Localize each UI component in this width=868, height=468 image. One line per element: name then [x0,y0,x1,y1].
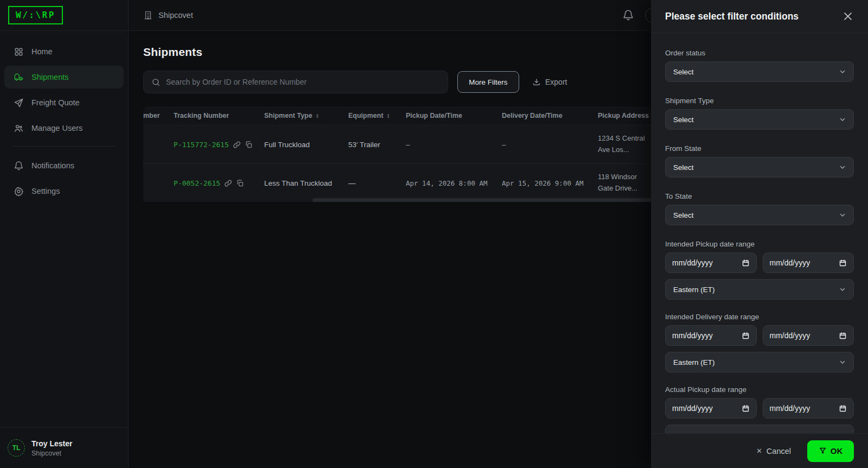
sidebar-item-freight-quote[interactable]: Freight Quote [4,91,124,114]
send-icon [14,98,24,108]
copy-icon[interactable] [236,179,244,187]
page-title: Shipments [143,46,202,59]
pickup-datetime-cell: – [406,141,502,149]
sidebar-item-settings[interactable]: Settings [4,180,124,203]
intended-delivery-range-label: Intended Delivery date range [665,313,854,321]
shipment-type-cell: Full Truckload [264,141,348,149]
chevron-down-icon [839,286,846,293]
shipment-type-cell: Less Than Truckload [264,179,348,187]
chevron-down-icon [839,68,846,75]
to-state-label: To State [665,192,854,200]
notifications-bell-icon[interactable] [622,9,634,21]
sort-icon[interactable]: ▲▼ [316,113,319,118]
sidebar-item-manage-users[interactable]: Manage Users [4,117,124,140]
pickup-datetime-cell: Apr 14, 2026 8:00 AM [406,179,502,187]
tracking-number-link[interactable]: P-115772-2615 [174,141,229,149]
column-header-tracking-number[interactable]: Tracking Number [174,112,264,119]
order-status-label: Order status [665,49,854,57]
filter-drawer: Please select filter conditions Order st… [651,0,868,468]
open-link-icon[interactable] [224,179,232,187]
column-header-pickup-datetime[interactable]: Pickup Date/Time [406,112,502,119]
from-state-select[interactable]: Select [665,157,854,178]
cancel-button[interactable]: ✕ Cancel [756,447,791,456]
open-link-icon[interactable] [233,141,241,149]
truck-icon [14,72,24,83]
shipment-type-select[interactable]: Select [665,109,854,130]
drawer-footer: ✕ Cancel OK [651,433,868,468]
sidebar-nav: Home Shipments Freight Quote Manage User… [0,31,128,203]
intended-delivery-end-date [763,325,854,346]
sidebar: W/:\RP Home Shipments Freight Quote Mana… [0,0,129,468]
chevron-down-icon [839,359,846,365]
sidebar-item-notifications[interactable]: Notifications [4,154,124,177]
gear-icon [14,186,24,197]
actual-pickup-end-date [763,398,854,419]
calendar-icon[interactable] [742,259,750,267]
grid-icon [14,47,24,57]
calendar-icon[interactable] [839,332,847,340]
cancel-x-icon: ✕ [756,447,762,455]
column-header-delivery-datetime[interactable]: Delivery Date/Time [502,112,598,119]
drawer-title: Please select filter conditions [665,11,799,22]
date-input[interactable] [770,258,826,267]
more-filters-button[interactable]: More Filters [457,71,519,93]
calendar-icon[interactable] [742,332,750,340]
date-input[interactable] [770,404,826,413]
column-header-equipment[interactable]: Equipment ▲▼ [348,112,406,119]
intended-pickup-timezone-select[interactable]: Eastern (ET) [665,279,854,300]
date-input[interactable] [672,331,729,340]
copy-icon[interactable] [245,141,253,149]
sidebar-item-label: Settings [31,187,60,195]
actual-pickup-timezone-select[interactable] [665,425,854,433]
order-status-select[interactable]: Select [665,61,854,82]
column-header-reference-number[interactable]: mber [143,112,174,119]
sidebar-item-label: Notifications [31,161,74,170]
actual-pickup-range-label: Actual Pickup date range [665,385,854,394]
export-label: Export [545,78,567,86]
to-state-select[interactable]: Select [665,205,854,225]
chevron-down-icon [839,116,846,123]
export-button[interactable]: Export [532,71,567,93]
calendar-icon[interactable] [742,404,750,413]
chevron-down-icon [839,212,846,218]
building-icon [143,10,153,20]
filter-funnel-icon [819,447,827,455]
delivery-datetime-cell: – [502,141,598,149]
tracking-number-link[interactable]: P-0052-2615 [174,179,220,187]
bell-icon [14,161,24,171]
intended-delivery-start-date [665,325,757,346]
users-icon [14,123,24,134]
date-input[interactable] [672,404,729,413]
user-company: Shipcovet [31,450,72,457]
date-input[interactable] [672,258,729,267]
sort-icon[interactable]: ▲▼ [387,113,390,118]
user-profile[interactable]: TL Troy Lester Shipcovet [0,427,128,468]
column-header-shipment-type[interactable]: Shipment Type ▲▼ [264,112,348,119]
drawer-header: Please select filter conditions [651,0,868,33]
sidebar-item-home[interactable]: Home [4,40,124,63]
from-state-label: From State [665,144,854,153]
search-icon [151,78,161,87]
search-input[interactable] [166,78,440,86]
company-selector[interactable]: Shipcovet [143,0,193,30]
equipment-cell: 53' Trailer [348,141,406,149]
warp-logo[interactable]: W/:\RP [8,6,63,24]
drawer-body: Order status Select Shipment Type Select… [651,34,868,433]
sidebar-item-label: Shipments [31,73,69,81]
search-box [143,71,448,93]
logo-area: W/:\RP [0,0,128,31]
intended-pickup-range-label: Intended Pickup date range [665,240,854,248]
delivery-datetime-cell: Apr 15, 2026 9:00 AM [502,179,598,187]
equipment-cell: — [348,179,406,187]
calendar-icon[interactable] [839,404,847,413]
close-icon[interactable] [842,10,854,22]
intended-delivery-timezone-select[interactable]: Eastern (ET) [665,352,854,372]
ok-button[interactable]: OK [807,440,854,462]
chevron-down-icon [839,164,846,170]
sidebar-item-label: Home [31,47,53,56]
avatar: TL [8,439,25,457]
sidebar-item-shipments[interactable]: Shipments [4,66,124,88]
calendar-icon[interactable] [839,259,847,267]
date-input[interactable] [770,331,826,340]
actual-pickup-start-date [665,398,757,419]
